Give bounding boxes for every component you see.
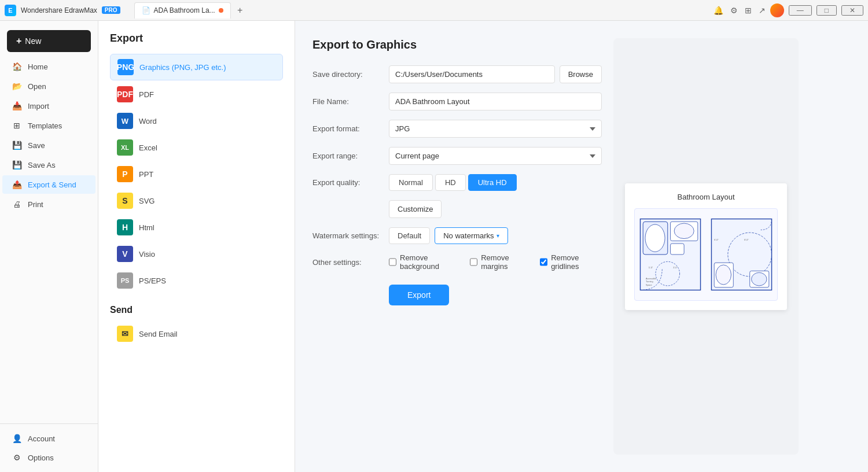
export-range-select[interactable]: Current page All pages Selected objects	[389, 147, 602, 165]
add-tab-button[interactable]: +	[233, 3, 247, 17]
export-pdf-item[interactable]: PDF PDF	[110, 82, 283, 107]
sidebar-label-print: Print	[28, 200, 43, 209]
customize-button[interactable]: Customize	[389, 200, 442, 218]
watermark-row: Watermark settings: Default No watermark…	[312, 227, 602, 244]
export-format-label: Export format:	[312, 124, 382, 133]
save-directory-row: Save directory: Browse	[312, 65, 602, 83]
sidebar-item-open[interactable]: 📂 Open	[2, 77, 95, 95]
settings-icon[interactable]: ⚙	[728, 3, 740, 17]
remove-background-checkbox[interactable]: Remove background	[389, 253, 461, 271]
sidebar-item-home[interactable]: 🏠 Home	[2, 57, 95, 76]
export-format-row: Export format: JPG PNG BMP GIF TIFF SVG	[312, 120, 602, 138]
quality-ultra-hd-button[interactable]: Ultra HD	[468, 174, 517, 191]
export-panel: Export PNG Graphics (PNG, JPG etc.) PDF …	[98, 21, 295, 472]
quality-buttons: Normal HD Ultra HD	[389, 174, 517, 191]
active-tab[interactable]: 📄 ADA Bathroom La...	[134, 2, 231, 19]
export-visio-item[interactable]: V Visio	[110, 241, 283, 267]
remove-gridlines-input[interactable]	[540, 258, 547, 266]
tab-modified-dot	[219, 8, 223, 13]
file-name-control	[389, 93, 602, 110]
html-label: Html	[139, 223, 155, 232]
ppt-icon: P	[117, 166, 133, 182]
share-icon[interactable]: ↗	[756, 3, 768, 17]
remove-margins-checkbox[interactable]: Remove margins	[470, 253, 531, 271]
export-ppt-item[interactable]: P PPT	[110, 161, 283, 187]
export-graphics-item[interactable]: PNG Graphics (PNG, JPG etc.)	[110, 54, 283, 80]
preview-title: Bathroom Layout	[634, 193, 778, 201]
sidebar-label-account: Account	[28, 434, 55, 443]
dropdown-arrow-icon: ▾	[496, 233, 499, 239]
app-icon: E	[5, 5, 16, 16]
new-button[interactable]: + New	[7, 30, 91, 52]
svg-text:6'-0": 6'-0"	[714, 239, 719, 241]
preview-panel: Bathroom Layout	[613, 38, 799, 455]
quality-normal-button[interactable]: Normal	[389, 174, 433, 191]
grid-icon[interactable]: ⊞	[742, 3, 754, 17]
svg-rect-5	[671, 244, 685, 255]
sidebar-item-save-as[interactable]: 💾 Save As	[2, 156, 95, 174]
svg-text:Space: Space	[646, 283, 652, 286]
export-pseps-item[interactable]: PS PS/EPS	[110, 268, 283, 293]
sidebar-label-save: Save	[28, 141, 45, 150]
preview-diagram: 5'-0" 3'-0" Accessible Turning Space	[634, 208, 778, 301]
sidebar-item-print[interactable]: 🖨 Print	[2, 195, 95, 213]
minimize-button[interactable]: —	[789, 5, 812, 16]
export-svg-item[interactable]: S SVG	[110, 188, 283, 213]
account-icon: 👤	[12, 434, 22, 443]
file-name-input[interactable]	[389, 93, 602, 110]
sidebar-label-open: Open	[28, 82, 46, 91]
send-email-label: Send Email	[139, 330, 177, 338]
svg-point-4	[674, 223, 694, 238]
export-excel-item[interactable]: XL Excel	[110, 135, 283, 160]
export-format-select[interactable]: JPG PNG BMP GIF TIFF SVG	[389, 120, 602, 138]
export-word-item[interactable]: W Word	[110, 108, 283, 134]
save-directory-control: Browse	[389, 65, 602, 83]
save-icon: 💾	[12, 141, 22, 150]
graphics-label: Graphics (PNG, JPG etc.)	[139, 63, 226, 72]
svg-icon: S	[117, 193, 133, 209]
tab-bar: 📄 ADA Bathroom La... +	[134, 2, 247, 19]
pseps-icon: PS	[117, 272, 133, 289]
close-button[interactable]: ✕	[841, 5, 863, 16]
sidebar-item-save[interactable]: 💾 Save	[2, 136, 95, 154]
sidebar-item-import[interactable]: 📥 Import	[2, 97, 95, 115]
export-button[interactable]: Export	[389, 285, 449, 305]
send-email-item[interactable]: ✉ Send Email	[110, 321, 283, 346]
no-watermarks-button[interactable]: No watermarks ▾	[435, 227, 507, 244]
titlebar-left: E Wondershare EdrawMax PRO 📄 ADA Bathroo…	[5, 2, 247, 19]
svg-text:Turning: Turning	[646, 281, 653, 283]
sidebar-item-account[interactable]: 👤 Account	[2, 429, 95, 448]
export-button-row: Export	[312, 285, 602, 305]
no-watermarks-label: No watermarks	[443, 231, 494, 240]
sidebar-item-export-send[interactable]: 📤 Export & Send	[2, 175, 95, 194]
remove-gridlines-checkbox[interactable]: Remove gridlines	[540, 253, 602, 271]
remove-background-input[interactable]	[389, 258, 396, 266]
maximize-button[interactable]: □	[816, 5, 837, 16]
notification-icon[interactable]: 🔔	[711, 3, 726, 17]
html-icon: H	[117, 219, 133, 235]
export-html-item[interactable]: H Html	[110, 215, 283, 240]
ppt-label: PPT	[139, 170, 153, 179]
watermark-label: Watermark settings:	[312, 231, 382, 240]
plus-icon: +	[16, 36, 21, 46]
open-icon: 📂	[12, 82, 22, 91]
svg-point-15	[716, 264, 731, 284]
word-label: Word	[139, 117, 157, 126]
svg-point-2	[645, 224, 665, 251]
save-as-icon: 💾	[12, 160, 22, 169]
user-avatar[interactable]	[770, 3, 784, 17]
tab-label: ADA Bathroom La...	[154, 6, 215, 14]
excel-icon: XL	[117, 139, 133, 156]
svg-label: SVG	[139, 197, 155, 205]
sidebar-item-templates[interactable]: ⊞ Templates	[2, 116, 95, 135]
sidebar-item-options[interactable]: ⚙ Options	[2, 448, 95, 467]
export-range-label: Export range:	[312, 152, 382, 160]
preview-card: Bathroom Layout	[625, 183, 787, 310]
quality-hd-button[interactable]: HD	[435, 174, 466, 191]
remove-margins-input[interactable]	[470, 258, 477, 266]
remove-gridlines-label: Remove gridlines	[551, 253, 602, 271]
save-directory-label: Save directory:	[312, 70, 382, 79]
watermark-default-button[interactable]: Default	[389, 227, 430, 244]
browse-button[interactable]: Browse	[560, 65, 602, 83]
save-directory-input[interactable]	[389, 65, 555, 83]
